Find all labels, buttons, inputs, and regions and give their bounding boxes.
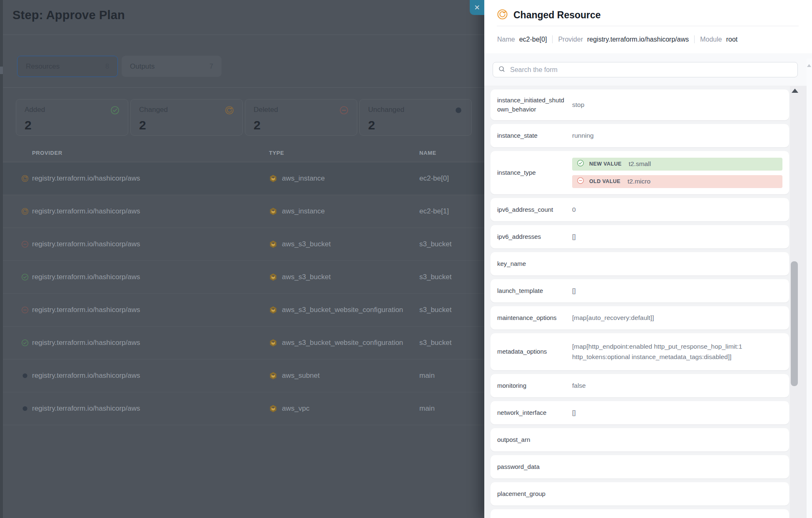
row-type: aws_s3_bucket_website_configuration — [282, 339, 403, 347]
page-scroll-up-arrow-icon[interactable] — [807, 64, 811, 67]
attribute-value: [] — [572, 286, 782, 296]
search-box[interactable] — [493, 62, 798, 77]
page-title: Step: Approve Plan — [12, 8, 125, 22]
attribute-key: monitoring — [497, 381, 565, 391]
table-row[interactable]: registry.terraform.io/hashicorp/aws aws_… — [0, 359, 484, 392]
page-scrollbar[interactable] — [807, 58, 812, 518]
table-row[interactable]: registry.terraform.io/hashicorp/aws aws_… — [0, 392, 484, 425]
table-row[interactable]: registry.terraform.io/hashicorp/aws aws_… — [0, 195, 484, 228]
new-value-check-icon — [577, 159, 584, 169]
meta-provider-label: Provider — [558, 36, 583, 43]
changed-resource-drawer: Changed Resource Name ec2-be[0] Provider… — [484, 0, 812, 518]
attribute-key: ipv6_address_count — [497, 205, 565, 215]
added-status-icon — [21, 273, 32, 281]
attribute-key: instance_initiated_shutdown_behavior — [497, 96, 565, 114]
attribute-card: password_data — [491, 455, 789, 478]
plan-page: Step: Approve Plan Resources 8 Outputs 7… — [0, 0, 484, 518]
attribute-key: metadata_options — [497, 347, 565, 357]
close-drawer-button[interactable]: ✕ — [470, 0, 484, 15]
screen: Step: Approve Plan Resources 8 Outputs 7… — [0, 0, 812, 518]
attribute-key: launch_template — [497, 286, 565, 296]
attribute-card: launch_template [] — [491, 279, 789, 302]
unchanged-status-icon — [21, 405, 32, 412]
attribute-key: instance_state — [497, 131, 565, 141]
row-provider: registry.terraform.io/hashicorp/aws — [32, 273, 269, 281]
aws-resource-icon — [269, 404, 278, 413]
unchanged-status-icon — [21, 372, 32, 379]
drawer-title: Changed Resource — [513, 10, 601, 21]
search-input[interactable] — [509, 66, 792, 74]
drawer-header-divider — [497, 26, 799, 26]
row-provider: registry.terraform.io/hashicorp/aws — [32, 372, 269, 380]
new-value-label: NEW VALUE — [589, 161, 622, 167]
attribute-key: maintenance_options — [497, 313, 565, 323]
attribute-card: ipv6_address_count 0 — [491, 198, 789, 221]
scroll-up-arrow-icon[interactable] — [792, 89, 798, 93]
row-name: s3_bucket — [419, 273, 484, 281]
deleted-status-icon — [21, 240, 32, 248]
left-edge-notch — [0, 67, 3, 74]
drawer-meta: Name ec2-be[0] Provider registry.terrafo… — [497, 35, 737, 43]
row-provider: registry.terraform.io/hashicorp/aws — [32, 404, 269, 413]
row-name: s3_bucket — [419, 306, 484, 314]
table-row[interactable]: registry.terraform.io/hashicorp/aws aws_… — [0, 327, 484, 359]
summary-card-label: Changed — [139, 106, 168, 114]
attribute-value: [] — [572, 408, 782, 418]
column-header-type: TYPE — [269, 150, 419, 156]
summary-card-label: Deleted — [254, 106, 278, 114]
row-type: aws_instance — [282, 174, 325, 183]
unchanged-status-icon — [454, 106, 463, 116]
row-type: aws_s3_bucket_website_configuration — [282, 306, 403, 314]
old-value-minus-icon — [577, 177, 584, 186]
column-header-provider: PROVIDER — [32, 150, 269, 156]
row-type: aws_vpc — [282, 404, 309, 413]
deleted-status-icon — [21, 306, 32, 314]
old-value-label: OLD VALUE — [589, 178, 620, 184]
column-header-name: NAME — [419, 150, 484, 156]
row-provider: registry.terraform.io/hashicorp/aws — [32, 174, 269, 183]
tab-resources-label: Resources — [26, 62, 60, 71]
tab-outputs[interactable]: Outputs 7 — [122, 56, 222, 77]
page-header: Step: Approve Plan — [0, 0, 484, 35]
value-diff: NEW VALUE t2.small OLD VALUE t2.micro — [572, 158, 782, 188]
meta-module-label: Module — [700, 36, 722, 43]
table-row[interactable]: registry.terraform.io/hashicorp/aws aws_… — [0, 294, 484, 327]
changed-refresh-icon — [497, 9, 508, 22]
aws-resource-icon — [269, 305, 278, 315]
drawer-scrollbar-thumb[interactable] — [791, 261, 798, 386]
added-status-icon — [21, 339, 32, 347]
tab-resources[interactable]: Resources 8 — [17, 56, 118, 77]
meta-module-value: root — [726, 36, 738, 43]
summary-card-label: Unchanged — [368, 106, 404, 114]
attribute-value: [] — [572, 232, 782, 242]
table-row[interactable]: registry.terraform.io/hashicorp/aws aws_… — [0, 162, 484, 195]
attribute-value: false — [572, 381, 782, 391]
aws-resource-icon — [269, 240, 278, 249]
summary-card-value: 2 — [139, 119, 234, 131]
attribute-key: password_data — [497, 462, 565, 472]
attribute-card: key_name — [491, 252, 789, 275]
tab-outputs-count: 7 — [209, 63, 213, 70]
new-value-box: NEW VALUE t2.small — [572, 158, 782, 171]
old-value: t2.micro — [628, 178, 650, 185]
attribute-card: ipv6_addresses [] — [491, 225, 789, 248]
row-type: aws_instance — [282, 207, 325, 216]
drawer-scrollbar[interactable] — [790, 86, 807, 518]
resource-table: registry.terraform.io/hashicorp/aws aws_… — [0, 162, 484, 425]
row-name: main — [419, 404, 484, 413]
attribute-key: outpost_arn — [497, 435, 565, 445]
attribute-card: maintenance_options [map[auto_recovery:d… — [491, 306, 789, 330]
row-name: s3_bucket — [419, 240, 484, 248]
table-row[interactable]: registry.terraform.io/hashicorp/aws aws_… — [0, 261, 484, 294]
attribute-list: instance_initiated_shutdown_behavior sto… — [491, 86, 789, 518]
old-value-box: OLD VALUE t2.micro — [572, 175, 782, 188]
summary-card-unchanged: Unchanged 2 — [359, 99, 472, 136]
drawer-body: instance_initiated_shutdown_behavior sto… — [484, 53, 812, 518]
attribute-card: network_interface [] — [491, 401, 789, 424]
attribute-key: key_name — [497, 259, 565, 269]
row-provider: registry.terraform.io/hashicorp/aws — [32, 306, 269, 314]
meta-name-value: ec2-be[0] — [519, 36, 547, 43]
row-type: aws_s3_bucket — [282, 240, 331, 248]
aws-resource-icon — [269, 273, 278, 282]
table-row[interactable]: registry.terraform.io/hashicorp/aws aws_… — [0, 228, 484, 261]
